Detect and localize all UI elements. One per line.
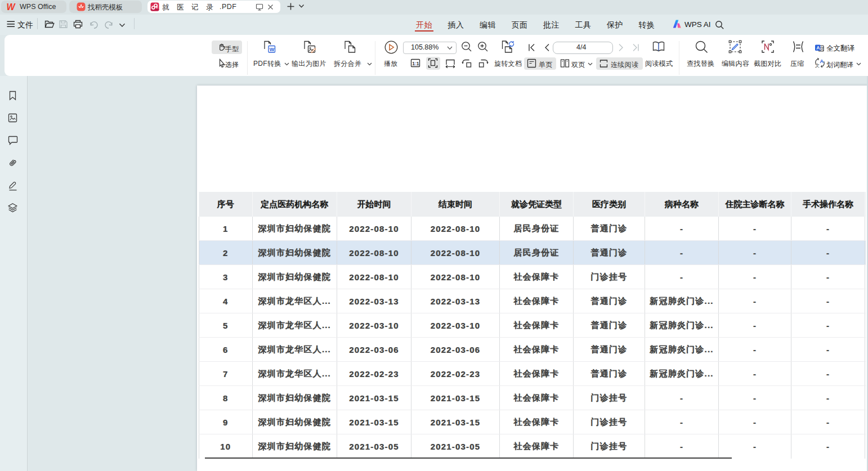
svg-text:1:1: 1:1 — [412, 61, 419, 66]
svg-text:文: 文 — [815, 63, 820, 68]
svg-text:A: A — [816, 45, 820, 51]
svg-text:W: W — [270, 47, 275, 52]
svg-text:W: W — [7, 2, 16, 12]
svg-text:A: A — [820, 59, 824, 64]
